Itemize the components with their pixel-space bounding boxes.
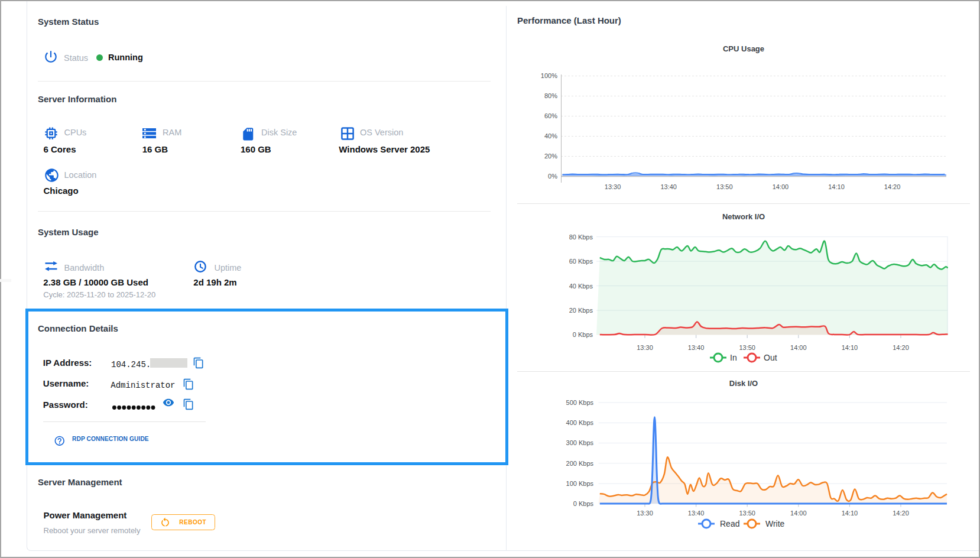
svg-text:200 Kbps: 200 Kbps [566,460,594,467]
svg-text:100 Kbps: 100 Kbps [566,480,594,487]
svg-text:0 Kbps: 0 Kbps [573,500,594,507]
svg-text:14:10: 14:10 [842,510,858,517]
svg-text:14:20: 14:20 [893,510,909,517]
svg-text:Write: Write [765,519,785,528]
svg-text:Read: Read [720,519,739,528]
svg-text:14:00: 14:00 [790,510,807,517]
svg-text:13:30: 13:30 [637,510,653,517]
svg-text:300 Kbps: 300 Kbps [566,439,594,446]
svg-text:400 Kbps: 400 Kbps [566,419,594,426]
svg-text:500 Kbps: 500 Kbps [566,399,594,406]
svg-text:13:40: 13:40 [688,510,705,517]
svg-text:13:50: 13:50 [739,510,755,517]
